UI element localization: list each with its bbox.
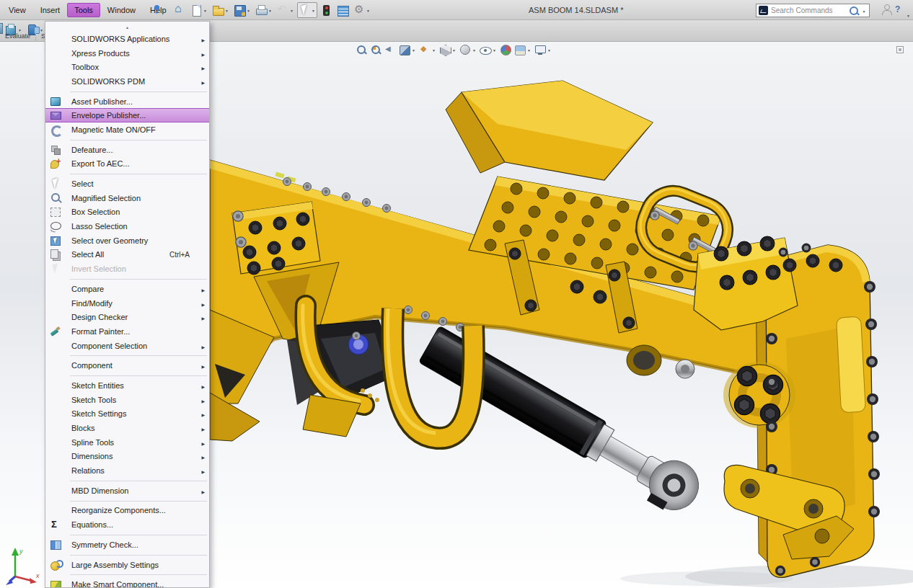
zoom-to-area-button[interactable] xyxy=(369,44,382,55)
dropdown-caret-icon[interactable] xyxy=(246,4,251,17)
dropdown-caret-icon[interactable] xyxy=(547,43,552,56)
menu-item-toolbox[interactable]: Toolbox xyxy=(45,60,209,74)
menu-item-symmetry-check[interactable]: Symmetry Check... xyxy=(45,538,209,552)
menu-item-design-checker[interactable]: Design Checker xyxy=(45,310,209,324)
dynamic-annotation-views-button[interactable] xyxy=(418,43,437,56)
home-button[interactable] xyxy=(172,3,188,18)
save-button[interactable] xyxy=(232,2,252,18)
dropdown-caret-icon[interactable] xyxy=(451,43,456,56)
menu-item-equations[interactable]: Equations... xyxy=(45,517,209,532)
pin-toolbar-icon[interactable] xyxy=(151,4,164,16)
view-settings-button[interactable] xyxy=(534,43,552,56)
menu-item-sketch-settings[interactable]: Sketch Settings xyxy=(45,407,209,422)
apply-scene-button[interactable] xyxy=(513,43,532,56)
submenu-arrow-icon xyxy=(198,111,205,120)
menu-item-envelope-publisher[interactable]: Envelope Publisher... xyxy=(45,108,209,122)
menu-item-magnified-selection[interactable]: Magnified Selection xyxy=(45,191,209,205)
menu-item-export-to-aec[interactable]: Export To AEC... xyxy=(45,157,209,172)
menu-window[interactable]: Window xyxy=(100,3,143,17)
menu-item-reorganize-components[interactable]: Reorganize Components... xyxy=(45,504,209,518)
dropdown-caret-icon[interactable] xyxy=(366,4,371,17)
dropdown-caret-icon[interactable] xyxy=(311,4,316,17)
menu-item-select-over-geometry[interactable]: Select over Geometry xyxy=(45,233,209,248)
dropdown-caret-icon[interactable] xyxy=(431,43,436,56)
menu-item-icon xyxy=(50,33,62,45)
menu-item-icon xyxy=(50,450,62,462)
select-button[interactable] xyxy=(297,2,317,18)
menu-item-spline-tools[interactable]: Spline Tools xyxy=(45,435,209,450)
dropdown-caret-icon[interactable] xyxy=(526,43,532,56)
tab-evaluate[interactable]: Evaluate xyxy=(0,30,36,42)
menu-item-solidworks-pdm[interactable]: SOLIDWORKS PDM xyxy=(45,74,209,89)
dropdown-caret-icon[interactable] xyxy=(472,43,477,56)
menu-item-xpress-products[interactable]: Xpress Products xyxy=(45,46,209,61)
menu-item-select-all[interactable]: Select All Ctrl+A xyxy=(45,248,209,262)
menu-item-compare[interactable]: Compare xyxy=(45,282,209,296)
search-input[interactable] xyxy=(771,6,847,14)
options-button[interactable] xyxy=(352,2,372,18)
menu-item-icon xyxy=(50,485,62,496)
submenu-arrow-icon xyxy=(198,285,205,293)
dropdown-caret-icon[interactable] xyxy=(492,43,497,56)
section-view-button[interactable] xyxy=(398,43,417,56)
search-box[interactable] xyxy=(756,4,870,17)
print-button[interactable] xyxy=(254,2,274,18)
search-dropdown-caret-icon[interactable] xyxy=(861,4,867,17)
solidworks-badge-icon xyxy=(759,6,769,16)
new-doc-icon xyxy=(190,4,203,17)
hide-show-items-button[interactable] xyxy=(479,43,498,56)
view-orientation-button[interactable] xyxy=(438,43,457,56)
menu-item-solidworks-applications[interactable]: SOLIDWORKS Applications xyxy=(45,32,209,46)
dropdown-caret-icon[interactable] xyxy=(289,4,294,17)
view-settings-icon xyxy=(534,44,546,55)
menu-item-select[interactable]: Select xyxy=(45,177,209,191)
menu-tools[interactable]: Tools xyxy=(67,3,100,17)
headsup-view-toolbar xyxy=(355,43,552,57)
display-style-button[interactable] xyxy=(459,43,477,56)
help-button[interactable]: ? xyxy=(895,4,900,14)
menu-item-lasso-selection[interactable]: Lasso Selection xyxy=(45,219,209,233)
help-dropdown-caret-icon[interactable] xyxy=(907,7,910,20)
submenu-arrow-icon xyxy=(198,159,205,168)
menu-item-large-assembly-settings[interactable]: Large Assembly Settings xyxy=(45,558,209,572)
menu-item-make-smart-component[interactable]: Make Smart Component... xyxy=(45,577,209,588)
viewport-restore-icon[interactable] xyxy=(896,46,904,53)
menu-item-component[interactable]: Component xyxy=(45,358,209,373)
menu-item-box-selection[interactable]: Box Selection xyxy=(45,205,209,220)
search-icon[interactable] xyxy=(849,6,859,16)
previous-view-button[interactable] xyxy=(384,44,397,55)
magnetic-mate-icon xyxy=(50,124,62,135)
menu-item-mbd-dimension[interactable]: MBD Dimension xyxy=(45,484,209,498)
menu-item-relations[interactable]: Relations xyxy=(45,463,209,478)
menu-item-sketch-entities[interactable]: Sketch Entities xyxy=(45,378,209,393)
edit-appearance-button[interactable] xyxy=(499,44,512,55)
select-over-geometry-icon xyxy=(50,235,62,246)
performance-evaluation-button[interactable] xyxy=(319,3,334,18)
menu-item-asset-publisher[interactable]: Asset Publisher... xyxy=(45,94,209,109)
submenu-arrow-icon xyxy=(198,236,205,245)
zoom-to-fit-button[interactable] xyxy=(355,44,368,55)
menu-item-component-selection[interactable]: Component Selection xyxy=(45,339,209,353)
menu-item-icon xyxy=(50,340,62,352)
undo-icon xyxy=(277,4,289,17)
menu-item-blocks[interactable]: Blocks xyxy=(45,421,209,435)
dropdown-caret-icon[interactable] xyxy=(411,43,416,56)
assembly-visualization-button[interactable] xyxy=(335,3,350,18)
user-account-icon[interactable] xyxy=(881,4,892,15)
menu-item-dimensions[interactable]: Dimensions xyxy=(45,450,209,464)
dropdown-caret-icon[interactable] xyxy=(224,4,229,17)
menu-item-defeature[interactable]: Defeature... xyxy=(45,143,209,157)
menu-item-magnetic-mate-on-off[interactable]: Magnetic Mate ON/OFF xyxy=(45,122,209,137)
dropdown-caret-icon[interactable] xyxy=(268,4,273,17)
menu-insert[interactable]: Insert xyxy=(33,3,68,17)
dropdown-caret-icon[interactable] xyxy=(203,4,208,17)
menu-item-format-painter[interactable]: Format Painter... xyxy=(45,324,209,339)
traffic-light-icon xyxy=(320,4,332,17)
new-document-button[interactable] xyxy=(189,2,209,18)
menu-item-icon xyxy=(50,380,62,391)
menu-item-find-modify[interactable]: Find/Modify xyxy=(45,296,209,311)
open-button[interactable] xyxy=(211,2,231,18)
undo-button xyxy=(275,2,296,18)
menu-view[interactable]: View xyxy=(1,3,33,17)
menu-item-sketch-tools[interactable]: Sketch Tools xyxy=(45,393,209,407)
